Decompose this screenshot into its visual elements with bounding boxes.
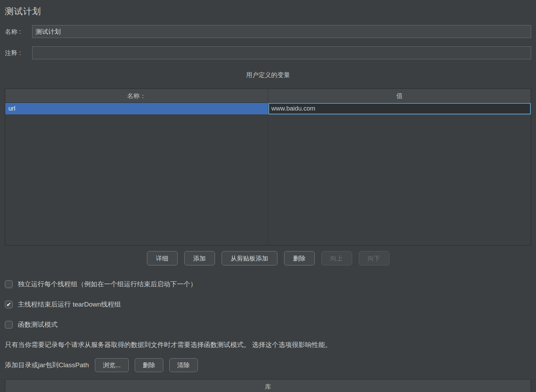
name-input[interactable] [32,25,531,38]
test-plan-panel: 测试计划 名称 : 注释 : 用户定义的变量 名称： 值 url www.bai… [0,0,536,392]
page-title: 测试计划 [5,0,531,17]
comments-label: 注释 : [5,49,32,57]
column-header-name[interactable]: 名称： [5,89,268,103]
delete-button[interactable]: 删除 [284,251,315,265]
value-column: www.baidu.com [268,103,531,245]
classpath-section: 添加目录或jar包到ClassPath 浏览... 删除 清除 [5,358,531,372]
option-run-teardown: ✔ 主线程结束后运行 tearDown线程组 [5,300,531,309]
add-button[interactable]: 添加 [184,251,215,265]
variables-section-title: 用户定义的变量 [5,71,531,79]
functional-mode-note: 只有当你需要记录每个请求从服务器取得的数据到文件时才需要选择函数测试模式。 选择… [5,340,531,349]
name-column: url [5,103,268,245]
name-row: 名称 : [5,25,531,38]
library-column-header[interactable]: 库 [5,379,531,392]
classpath-clear-button[interactable]: 清除 [169,358,198,372]
option-functional-test-mode: 函数测试模式 [5,320,531,329]
browse-button[interactable]: 浏览... [95,358,129,372]
library-table: 库 [5,379,531,392]
variables-toolbar: 详细 添加 从剪贴板添加 删除 向上 向下 [5,251,531,265]
classpath-label: 添加目录或jar包到ClassPath [5,361,89,370]
checkbox-checked-icon[interactable]: ✔ [5,301,13,308]
add-from-clipboard-button[interactable]: 从剪贴板添加 [222,251,277,265]
checkbox-unchecked-icon[interactable] [5,280,13,288]
move-up-button[interactable]: 向上 [321,251,352,265]
column-header-value[interactable]: 值 [268,89,531,103]
move-down-button[interactable]: 向下 [359,251,389,265]
variable-value-cell[interactable]: www.baidu.com [268,103,531,114]
option-label: 主线程结束后运行 tearDown线程组 [18,300,121,309]
variables-table: 名称： 值 url www.baidu.com [5,89,531,246]
classpath-delete-button[interactable]: 删除 [135,358,163,372]
option-label: 函数测试模式 [18,320,58,329]
name-label: 名称 : [5,28,32,36]
option-run-threadgroups-consecutively: 独立运行每个线程组（例如在一个组运行结束后启动下一个） [5,280,531,289]
options-section: 独立运行每个线程组（例如在一个组运行结束后启动下一个） ✔ 主线程结束后运行 t… [5,280,531,329]
checkbox-unchecked-icon[interactable] [5,321,13,329]
comments-row: 注释 : [5,46,531,59]
variables-table-header: 名称： 值 [5,89,531,103]
variable-name-cell[interactable]: url [5,103,268,114]
option-label: 独立运行每个线程组（例如在一个组运行结束后启动下一个） [18,280,197,289]
comments-input[interactable] [32,46,531,59]
variables-table-body: url www.baidu.com [5,103,531,245]
detail-button[interactable]: 详细 [147,251,178,265]
